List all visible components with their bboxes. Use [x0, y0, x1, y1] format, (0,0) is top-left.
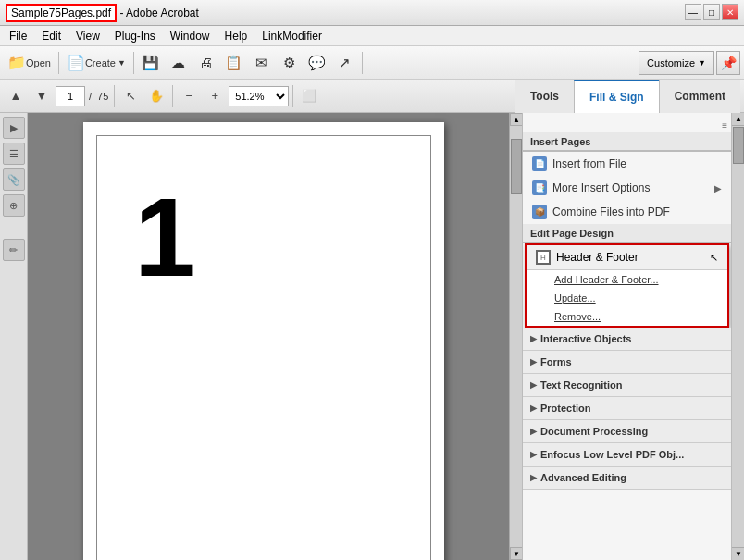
interactive-objects-header[interactable]: ▶ Interactive Objects — [523, 328, 731, 350]
scroll-up-btn[interactable]: ▲ — [510, 113, 522, 126]
advanced-editing-section: ▶ Advanced Editing — [523, 467, 731, 490]
header-footer-row[interactable]: H Header & Footer ↖ — [527, 245, 727, 270]
email-button[interactable]: ✉ — [249, 50, 275, 76]
create-icon: 📄 — [67, 54, 85, 71]
protection-label: Protection — [540, 403, 590, 414]
text-recognition-header[interactable]: ▶ Text Recognition — [523, 374, 731, 396]
zoom-in-btn[interactable]: + — [203, 84, 227, 108]
nav-prev-page-btn[interactable]: ▲ — [4, 84, 28, 108]
combine-files-label: Combine Files into PDF — [552, 205, 670, 218]
pdf-page-inner: 1 — [96, 135, 431, 560]
nav-separator-1 — [114, 85, 115, 107]
enfocus-collapse-icon: ▶ — [530, 450, 537, 459]
forms-section: ▶ Forms — [523, 351, 731, 374]
tab-tools[interactable]: Tools — [515, 80, 574, 113]
dropdown-arrow-icon: ▼ — [118, 58, 126, 68]
menu-window[interactable]: Window — [165, 28, 216, 44]
main-area: ▶ ☰ 📎 ⊕ ✏ 1 ▲ ▼ ≡ Insert Pages — [0, 113, 744, 560]
nav-bar: ▲ ▼ / 75 ↖ ✋ − + 51.2% 100% 75% ⬜ Tools … — [0, 80, 744, 113]
comment-icon: 💬 — [308, 55, 326, 71]
right-panel-scrollbar[interactable]: ▲ ▼ — [731, 113, 744, 560]
pdf-scrollbar[interactable]: ▲ ▼ — [509, 113, 522, 560]
edit-page-design-header: Edit Page Design — [523, 224, 731, 243]
page-number-input[interactable] — [56, 86, 85, 106]
sidebar-btn-attachments[interactable]: 📎 — [3, 168, 25, 191]
more-insert-label: More Insert Options — [552, 181, 650, 194]
insert-from-file-label: Insert from File — [552, 157, 626, 170]
menu-help[interactable]: Help — [219, 28, 254, 44]
minimize-button[interactable]: — — [685, 4, 701, 20]
maximize-button[interactable]: □ — [703, 4, 720, 20]
hand-tool-btn[interactable]: ✋ — [144, 84, 168, 108]
menu-plugins[interactable]: Plug-Ins — [109, 28, 161, 44]
upload-icon: ☁ — [171, 55, 185, 71]
combine-icon: 📦 — [532, 205, 547, 219]
document-processing-header[interactable]: ▶ Document Processing — [523, 420, 731, 442]
panel-scroll-down-btn[interactable]: ▼ — [732, 547, 744, 560]
print-button[interactable]: 🖨 — [193, 50, 219, 76]
properties-button[interactable]: ⚙ — [277, 50, 303, 76]
fit-page-btn[interactable]: ⬜ — [297, 84, 321, 108]
menu-file[interactable]: File — [4, 28, 32, 44]
more-insert-options-btn[interactable]: 📑 More Insert Options ▶ — [523, 176, 731, 200]
remove-header-footer-btn[interactable]: Remove... — [527, 307, 727, 326]
sidebar-btn-pages[interactable]: ▶ — [3, 117, 25, 139]
left-sidebar: ▶ ☰ 📎 ⊕ ✏ — [0, 113, 28, 560]
pin-button[interactable]: 📌 — [716, 51, 740, 75]
advanced-editing-header[interactable]: ▶ Advanced Editing — [523, 467, 731, 489]
sidebar-btn-bookmarks[interactable]: ☰ — [3, 143, 25, 165]
pdf-page: 1 — [83, 122, 444, 560]
advanced-editing-collapse-icon: ▶ — [530, 473, 537, 482]
zoom-select[interactable]: 51.2% 100% 75% — [229, 86, 289, 106]
toolbar-separator-2 — [133, 52, 134, 74]
create-button[interactable]: 📄 Create ▼ — [63, 50, 130, 76]
combine-files-btn[interactable]: 📦 Combine Files into PDF — [523, 200, 731, 224]
zoom-out-btn[interactable]: − — [177, 84, 201, 108]
scroll-down-btn[interactable]: ▼ — [510, 547, 522, 560]
page-setup-button[interactable]: 📋 — [221, 50, 247, 76]
protection-header[interactable]: ▶ Protection — [523, 397, 731, 419]
tab-comment[interactable]: Comment — [659, 80, 740, 113]
text-recognition-section: ▶ Text Recognition — [523, 374, 731, 397]
header-footer-label: Header & Footer — [556, 251, 639, 264]
panel-scroll-thumb[interactable] — [733, 127, 744, 164]
update-header-footer-btn[interactable]: Update... — [527, 289, 727, 307]
pin-icon: 📌 — [721, 56, 737, 70]
more-insert-arrow-icon: ▶ — [714, 183, 722, 193]
interactive-objects-section: ▶ Interactive Objects — [523, 328, 731, 351]
insert-from-file-btn[interactable]: 📄 Insert from File — [523, 152, 731, 176]
menu-view[interactable]: View — [70, 28, 105, 44]
pdf-viewer: 1 ▲ ▼ — [28, 113, 522, 560]
forms-header[interactable]: ▶ Forms — [523, 351, 731, 373]
panel-scroll-up-btn[interactable]: ▲ — [732, 113, 744, 126]
protection-section: ▶ Protection — [523, 397, 731, 420]
customize-arrow-icon: ▼ — [698, 58, 706, 68]
menu-linkmodifier[interactable]: LinkModifier — [256, 28, 328, 44]
nav-next-page-btn[interactable]: ▼ — [30, 84, 54, 108]
scroll-thumb[interactable] — [511, 139, 522, 194]
sidebar-btn-layers[interactable]: ⊕ — [3, 194, 25, 217]
cursor-tool-btn[interactable]: ↖ — [118, 84, 143, 108]
page-number-display: 1 — [134, 173, 196, 301]
page-icon: 📋 — [225, 55, 242, 71]
menu-edit[interactable]: Edit — [36, 28, 67, 44]
share-button[interactable]: ↗ — [332, 50, 358, 76]
add-header-footer-btn[interactable]: Add Header & Footer... — [527, 270, 727, 289]
upload-button[interactable]: ☁ — [166, 50, 192, 76]
more-insert-icon: 📑 — [532, 180, 547, 195]
panel-options-btn[interactable]: ≡ — [722, 120, 727, 131]
close-button[interactable]: ✕ — [722, 4, 738, 20]
tab-fill-sign[interactable]: Fill & Sign — [574, 80, 659, 113]
text-recognition-label: Text Recognition — [540, 380, 622, 391]
save-button[interactable]: 💾 — [138, 50, 164, 76]
sidebar-btn-edit[interactable]: ✏ — [3, 239, 25, 261]
enfocus-label: Enfocus Low Level PDF Obj... — [540, 449, 684, 460]
customize-button[interactable]: Customize ▼ — [639, 51, 714, 75]
nav-separator-2 — [172, 85, 173, 107]
enfocus-header[interactable]: ▶ Enfocus Low Level PDF Obj... — [523, 443, 731, 466]
panel-controls: ≡ — [523, 118, 731, 132]
open-label: Open — [26, 57, 51, 68]
app-name: - Adobe Acrobat — [119, 6, 198, 19]
open-button[interactable]: 📁 Open — [4, 50, 55, 76]
comment-button[interactable]: 💬 — [304, 50, 330, 76]
